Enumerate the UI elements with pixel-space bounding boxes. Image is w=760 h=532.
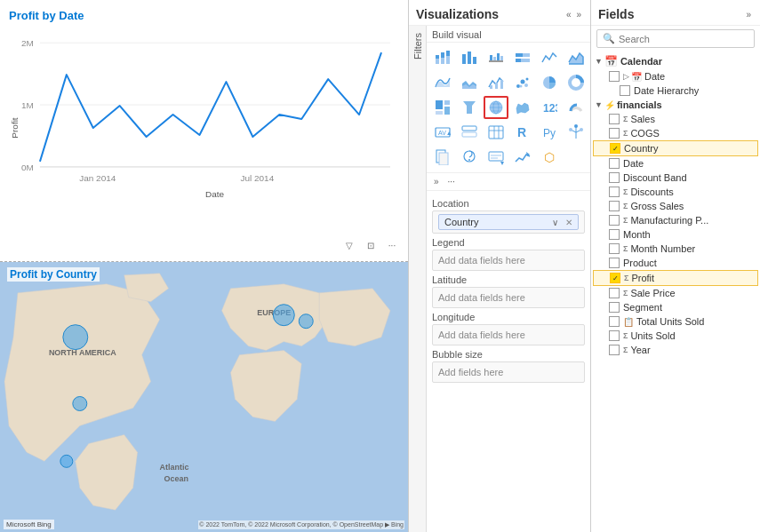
viz-expand-right[interactable]: » [574,8,583,21]
field-item-cogs[interactable]: Σ COGS [591,126,760,140]
focus-mode-icon[interactable]: ⊡ [362,236,380,254]
viz-icon-qa[interactable] [457,146,482,169]
viz-icon-stacked-bar[interactable] [430,46,455,69]
viz-icon-line-clustered[interactable] [484,71,508,94]
year-checkbox[interactable] [609,345,620,355]
date-fin-checkbox[interactable] [609,158,620,169]
viz-icon-card[interactable]: AV▲ [430,121,455,144]
product-checkbox[interactable] [609,258,620,268]
field-item-profit[interactable]: Σ Profit [593,270,758,286]
field-item-country[interactable]: Country [593,140,758,156]
bubble-europe [273,305,294,326]
fields-tree: ▼ 📅 Calendar ▷ 📅 Date Date Hierarchy ▼ ⚡ [591,52,760,532]
profit-checkbox[interactable] [610,273,620,283]
field-item-product[interactable]: Product [591,256,760,270]
field-item-mfg[interactable]: Σ Manufacturing P... [591,213,760,227]
bubble-size-label: Bubble size [432,349,585,360]
fields-title: Fields [598,7,634,21]
total-units-checkbox[interactable] [609,316,620,327]
gross-sales-checkbox[interactable] [609,201,620,211]
filters-tab[interactable]: Filters [409,26,427,532]
month-checkbox[interactable] [609,229,620,240]
financials-group-header[interactable]: ▼ ⚡ financials [591,98,760,112]
segment-checkbox[interactable] [609,302,620,313]
svg-point-40 [526,78,529,81]
sale-price-checkbox[interactable] [609,288,620,298]
viz-icon-scatter[interactable] [510,71,535,94]
mfg-checkbox[interactable] [609,215,620,226]
date-hierarchy-checkbox[interactable] [620,85,630,96]
filter-icon[interactable]: ▽ [340,236,358,254]
viz-icons-grid: 123 AV▲ R Py [427,43,590,173]
country-chip[interactable]: Country ∨ ✕ [438,214,579,230]
country-checkbox[interactable] [610,143,620,154]
field-item-date-cal[interactable]: ▷ 📅 Date [591,69,760,83]
location-drop-zone[interactable]: Country ∨ ✕ [432,210,585,234]
viz-icon-table[interactable] [484,121,508,144]
viz-icon-pie[interactable] [537,71,562,94]
field-item-sale-price[interactable]: Σ Sale Price [591,286,760,300]
date-cal-checkbox[interactable] [609,71,620,82]
longitude-drop-zone[interactable]: Add data fields here [432,324,585,345]
field-item-date-hierarchy[interactable]: Date Hierarchy [591,83,760,98]
viz-icon-numeric[interactable]: 123 [537,96,562,119]
field-item-sales[interactable]: Σ Sales [591,112,760,126]
viz-icon-stacked-area[interactable] [457,71,482,94]
viz-icon-decomp[interactable] [564,121,588,144]
country-chip-remove[interactable]: ✕ [565,218,572,227]
viz-icon-line[interactable] [537,46,562,69]
viz-icon-gauge[interactable] [564,96,588,119]
viz-icon-multi-row-card[interactable] [457,121,482,144]
viz-icon-funnel[interactable] [457,96,482,119]
viz-more-label[interactable]: ··· [444,175,459,188]
viz-collapse-left[interactable]: « [564,8,573,21]
latitude-placeholder: Add data fields here [438,292,525,303]
field-item-discounts[interactable]: Σ Discounts [591,185,760,199]
viz-icon-100-bar[interactable] [510,46,535,69]
field-item-year[interactable]: Σ Year [591,343,760,357]
viz-icon-ribbon[interactable] [430,71,455,94]
viz-icon-map[interactable] [484,96,508,119]
more-options-icon[interactable]: ··· [383,236,401,254]
field-item-segment[interactable]: Segment [591,300,760,314]
field-item-units-sold[interactable]: Σ Units Sold [591,329,760,343]
latitude-drop-zone[interactable]: Add data fields here [432,287,585,308]
viz-icon-python[interactable]: Py [537,121,562,144]
viz-icon-bar[interactable] [457,46,482,69]
viz-icon-smart-narr[interactable] [484,146,508,169]
svg-rect-32 [521,59,530,62]
viz-icon-filled-map[interactable] [510,96,535,119]
country-chip-arrow[interactable]: ∨ [552,218,558,227]
viz-icon-custom[interactable]: ⬡ [537,146,562,169]
svg-rect-28 [500,56,503,60]
search-input[interactable] [619,34,748,44]
viz-icon-clustered-bar[interactable] [484,46,508,69]
discounts-checkbox[interactable] [609,187,620,197]
viz-icon-kpi[interactable] [510,146,535,169]
viz-icon-paginated[interactable] [430,146,455,169]
calendar-group-header[interactable]: ▼ 📅 Calendar [591,53,760,69]
svg-rect-46 [444,100,450,105]
field-item-discount-band[interactable]: Discount Band [591,171,760,185]
field-item-date-fin[interactable]: Date [591,156,760,171]
bubble-size-drop-zone[interactable]: Add fields here [432,361,585,383]
fields-expand[interactable]: » [744,8,753,21]
viz-icon-treemap[interactable] [430,96,455,119]
field-item-month[interactable]: Month [591,227,760,242]
viz-more-icon[interactable]: » [432,175,441,188]
field-item-gross-sales[interactable]: Σ Gross Sales [591,199,760,213]
viz-icon-area[interactable] [564,46,588,69]
country-chip-label: Country [444,217,479,227]
cogs-type-icon: Σ [623,129,628,138]
field-item-total-units[interactable]: 📋 Total Units Sold [591,314,760,329]
viz-icon-donut[interactable] [564,71,588,94]
sales-checkbox[interactable] [609,114,620,124]
discount-band-checkbox[interactable] [609,172,620,183]
month-number-checkbox[interactable] [609,243,620,254]
field-item-month-number[interactable]: Σ Month Number [591,242,760,256]
units-sold-checkbox[interactable] [609,330,620,341]
cogs-checkbox[interactable] [609,128,620,139]
legend-drop-zone[interactable]: Add data fields here [432,250,585,271]
viz-icon-r[interactable]: R [510,121,535,144]
sale-price-type-icon: Σ [623,289,628,298]
